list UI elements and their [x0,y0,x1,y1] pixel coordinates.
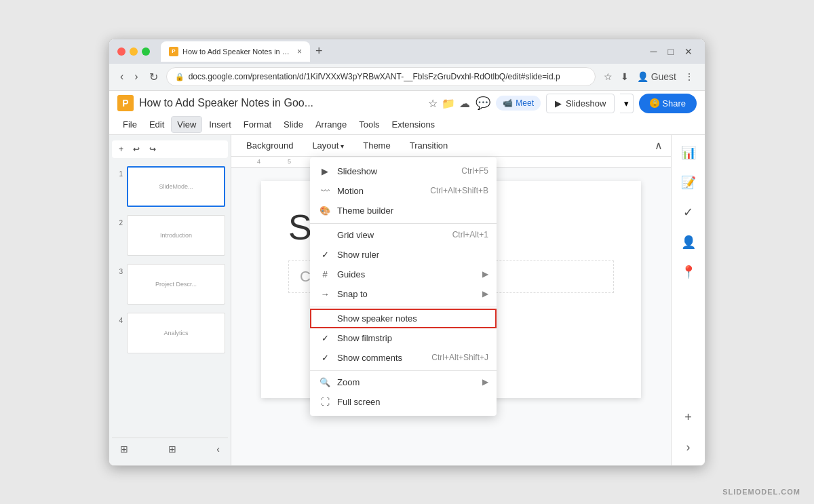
slide-preview-3: Project Descr... [127,264,225,305]
forward-button[interactable]: › [132,69,140,84]
theme-button[interactable]: Theme [356,138,397,153]
lock-share-icon: 🔒 [650,98,659,108]
cloud-icon[interactable]: ☁ [459,97,470,110]
show-comments-label: Show comments [337,353,431,363]
menu-item-show-ruler[interactable]: ✓ Show ruler [310,245,497,265]
tab-label: How to Add Speaker Notes in G... [182,47,293,56]
panel-collapse-btn[interactable]: ‹ [211,441,225,457]
maximize-button[interactable] [142,47,150,56]
active-tab[interactable]: P How to Add Speaker Notes in G... × [161,41,310,62]
grid-view-large[interactable]: ⊞ [163,441,182,457]
view-dropdown-menu: ▶ Slideshow Ctrl+F5 〰 Motion Ctrl+Alt+Sh… [310,157,497,416]
ruler-checkmark: ✓ [318,250,332,260]
contacts-button[interactable]: 👤 [676,230,701,254]
menu-item-motion[interactable]: 〰 Motion Ctrl+Alt+Shift+B [310,181,497,201]
motion-shortcut: Ctrl+Alt+Shift+B [430,186,488,195]
comments-shortcut: Ctrl+Alt+Shift+J [431,353,488,362]
menu-item-theme-builder[interactable]: 🎨 Theme builder [310,201,497,220]
menu-item-slideshow[interactable]: ▶ Slideshow Ctrl+F5 [310,161,497,181]
minimize-button[interactable] [130,47,138,56]
menu-slide[interactable]: Slide [278,117,309,132]
explore-button[interactable]: 📊 [676,140,701,165]
slide-thumb-1[interactable]: 1 SlideMode... [112,163,228,210]
slide-thumb-4[interactable]: 4 Analytics [112,310,228,356]
menu-tools[interactable]: Tools [353,117,385,132]
slideshow-shortcut: Ctrl+F5 [461,166,488,176]
tab-favicon: P [169,47,178,56]
account-button[interactable]: 👤 Guest [634,70,679,83]
tab-close-icon[interactable]: × [297,47,302,56]
menu-item-snap-to[interactable]: → Snap to ▶ [310,284,497,304]
slides-panel: + ↩ ↪ 1 SlideMode... 2 [109,135,231,465]
menu-item-show-comments[interactable]: ✓ Show comments Ctrl+Alt+Shift+J [310,348,497,368]
menu-insert[interactable]: Insert [204,117,237,132]
bookmark-button[interactable]: ☆ [601,70,615,83]
slide-thumb-2[interactable]: 2 Introduction [112,212,228,258]
win-close-button[interactable]: ✕ [680,45,697,58]
redo-button[interactable]: ↪ [145,142,160,157]
menu-button[interactable]: ⋮ [682,70,697,83]
share-button[interactable]: 🔒 Share [639,94,697,113]
slideshow-icon: ▶ [318,166,332,176]
download-button[interactable]: ⬇ [618,70,632,83]
slideshow-item-label: Slideshow [337,166,461,176]
add-panel-button[interactable]: + [676,406,701,430]
menu-item-show-speaker-notes[interactable]: Show speaker notes [310,309,497,328]
motion-item-label: Motion [337,186,430,196]
slide-num-3: 3 [115,268,123,275]
chat-button[interactable]: 💬 [476,96,490,111]
guides-icon: # [318,269,332,279]
close-button[interactable] [117,47,125,56]
menu-item-grid-view[interactable]: Grid view Ctrl+Alt+1 [310,225,497,245]
win-minimize-button[interactable]: ─ [646,45,661,58]
slide-preview-text-1: SlideMode... [159,183,193,190]
grid-view-small[interactable]: ⊞ [115,441,134,457]
menu-view[interactable]: View [171,116,202,133]
format-toolbar: + ↩ ↪ [112,140,228,158]
screenshot-wrapper: P How to Add Speaker Notes in G... × + ─… [0,0,814,504]
slide-num-2: 2 [115,219,123,227]
menu-item-show-filmstrip[interactable]: ✓ Show filmstrip [310,328,497,348]
theme-builder-icon: 🎨 [318,206,332,216]
slide-preview-text-2: Introduction [160,232,192,239]
star-icon[interactable]: ☆ [428,97,438,110]
folder-icon[interactable]: 📁 [442,97,455,110]
notes-button[interactable]: 📝 [676,170,701,195]
menu-arrange[interactable]: Arrange [310,117,352,132]
add-button[interactable]: + [115,142,128,157]
reload-button[interactable]: ↻ [147,69,161,85]
tasks-button[interactable]: ✓ [676,200,701,225]
menu-item-full-screen[interactable]: ⛶ Full screen [310,392,497,412]
full-screen-label: Full screen [337,397,488,407]
new-tab-button[interactable]: + [313,44,326,58]
guides-label: Guides [337,269,482,279]
menu-edit[interactable]: Edit [144,117,170,132]
menu-item-guides[interactable]: # Guides ▶ [310,265,497,284]
maps-button[interactable]: 📍 [676,260,701,284]
slide-thumb-3[interactable]: 3 Project Descr... [112,261,228,307]
document-title[interactable]: How to Add Speaker Notes in Goo... [139,97,423,109]
menu-bar: File Edit View Insert Format Slide Arran… [117,115,697,134]
expand-panel-button[interactable]: › [676,435,701,460]
menu-item-zoom[interactable]: 🔍 Zoom ▶ [310,372,497,392]
back-button[interactable]: ‹ [117,69,126,84]
win-restore-button[interactable]: □ [664,45,678,58]
slide-num-4: 4 [115,317,123,324]
address-field[interactable]: 🔒 docs.google.com/presentation/d/1KifVXX… [166,67,596,86]
background-button[interactable]: Background [239,138,300,153]
meet-button[interactable]: 📹 Meet [496,96,541,111]
menu-file[interactable]: File [117,117,142,132]
slide-context-bar: Background Layout Theme Transition ∧ [231,135,671,157]
menu-extensions[interactable]: Extensions [387,117,441,132]
slide-num-1: 1 [115,170,123,178]
undo-button[interactable]: ↩ [129,142,144,157]
slideshow-dropdown-button[interactable]: ▾ [620,94,634,113]
layout-button[interactable]: Layout [305,138,351,153]
context-bar-collapse[interactable]: ∧ [655,139,663,152]
menu-format[interactable]: Format [238,117,277,132]
show-filmstrip-label: Show filmstrip [337,333,488,343]
slideshow-button[interactable]: ▶ Slideshow [546,94,615,113]
slideshow-label: Slideshow [566,98,606,109]
transition-button[interactable]: Transition [403,138,455,153]
browser-addressbar: ‹ › ↻ 🔒 docs.google.com/presentation/d/1… [109,64,705,91]
